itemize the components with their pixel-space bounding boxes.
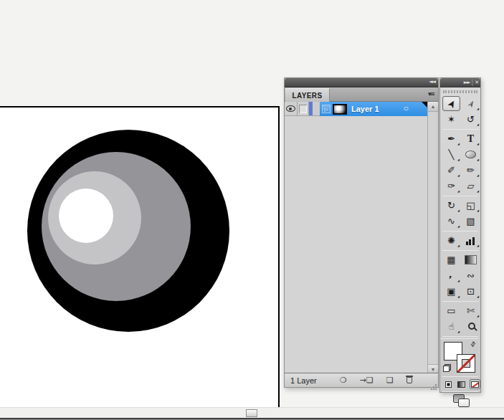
panel-menu-icon[interactable]: ▾≡ [428, 90, 434, 97]
tools-divider [442, 196, 478, 196]
column-graph-tool[interactable]: ◢ [462, 233, 480, 248]
tools-divider [442, 231, 478, 232]
width-tool[interactable]: ∿◢ [442, 214, 460, 229]
close-panel-icon[interactable]: ✕ [475, 80, 478, 85]
header-separator: | [471, 80, 473, 86]
swap-fill-stroke-icon[interactable]: ⇄ [469, 340, 477, 348]
slice-tool[interactable]: ✄◢ [462, 303, 480, 318]
layers-scrollbar[interactable]: ▲ ▼ [427, 102, 438, 374]
layers-panel-tabbar: LAYERS ▾≡ [285, 87, 438, 102]
tab-layers[interactable]: LAYERS [285, 88, 330, 102]
lasso-tool-icon: ↺ [467, 115, 475, 124]
hand-tool[interactable]: ☝◢ [442, 319, 460, 334]
symbol-sprayer-tool[interactable]: ✺◢ [442, 233, 460, 248]
free-transform-tool[interactable]: ▧ [462, 214, 480, 229]
pencil-tool[interactable]: ✏◢ [462, 163, 480, 178]
type-tool[interactable]: T◢ [462, 131, 480, 146]
disclosure-triangle-icon[interactable]: ▷ [322, 105, 331, 113]
gradient-button[interactable] [456, 379, 467, 389]
column-graph-tool-icon [466, 237, 476, 245]
artboard-tool-icon: ▭ [447, 306, 455, 315]
expand-panel-icon[interactable]: ►► [464, 80, 470, 85]
tool-grid: ➤➢◢✶↺◢✒◢T◢╲◢◢✐◢✏◢✑◢▱◢↻◢◱◢∿◢▧✺◢◢▦❛◢∾▣◢⊡◢▭… [440, 95, 480, 337]
tools-panel-header[interactable]: ►► | ✕ [440, 78, 480, 87]
create-new-sublayer-button[interactable]: →❏ [360, 376, 374, 386]
visibility-toggle[interactable] [285, 102, 298, 116]
magic-wand-tool[interactable]: ✶ [442, 112, 460, 127]
slice-tool-icon: ✄ [467, 306, 475, 315]
lasso-tool[interactable]: ↺◢ [462, 112, 480, 127]
gradient-swatch-icon [457, 381, 465, 388]
screen-mode-button[interactable] [440, 393, 480, 409]
layer-row-selected-area[interactable]: ▷ Layer 1 ○ [320, 102, 427, 116]
ellipse-tool-icon [465, 151, 476, 158]
flyout-indicator-icon: ◢ [477, 108, 479, 110]
zoom-tool-icon [468, 323, 475, 330]
paintbrush-tool-icon: ✐ [447, 166, 455, 175]
live-paint-selection-tool[interactable]: ⊡◢ [462, 284, 480, 299]
none-button[interactable] [470, 379, 480, 389]
layers-tab-label: LAYERS [292, 92, 322, 100]
live-paint-bucket-tool-icon: ▣ [447, 287, 455, 296]
mesh-tool[interactable]: ▦ [442, 252, 460, 267]
target-circle-icon[interactable]: ○ [404, 104, 409, 113]
flyout-indicator-icon: ◢ [457, 158, 460, 161]
color-button[interactable] [443, 379, 454, 389]
flyout-indicator-icon: ◢ [457, 174, 460, 177]
ellipse-tool[interactable]: ◢ [462, 147, 480, 162]
pen-tool[interactable]: ✒◢ [442, 131, 460, 146]
free-transform-tool-icon: ▧ [466, 216, 475, 226]
screen-mode-front-icon [458, 398, 470, 407]
panel-resize-grip[interactable] [435, 384, 437, 386]
rotate-tool[interactable]: ↻◢ [442, 198, 460, 213]
flyout-indicator-icon: ◢ [477, 315, 479, 318]
magic-wand-tool-icon: ✶ [447, 115, 455, 124]
horizontal-scrollbar[interactable] [0, 407, 504, 418]
create-new-layer-button[interactable]: ❏ [386, 376, 394, 386]
flyout-indicator-icon: ◢ [457, 295, 460, 298]
gradient-tool[interactable] [462, 252, 480, 267]
delete-selection-button[interactable] [406, 375, 412, 386]
trash-icon [406, 377, 412, 383]
live-paint-selection-tool-icon: ⊡ [467, 287, 475, 296]
lock-toggle[interactable] [298, 102, 309, 116]
scroll-up-icon[interactable]: ▲ [428, 102, 438, 112]
fill-stroke-control: ⇄ [440, 340, 480, 375]
line-segment-tool-icon: ╲ [449, 150, 455, 159]
eraser-tool[interactable]: ▱◢ [462, 178, 480, 194]
blob-brush-tool[interactable]: ✑◢ [442, 178, 460, 194]
tools-divider [442, 250, 478, 251]
eyedropper-tool[interactable]: ❛◢ [442, 268, 460, 283]
zoom-tool[interactable] [462, 319, 480, 334]
collapse-to-icons-button[interactable]: ◄◄ [429, 79, 435, 85]
live-paint-bucket-tool[interactable]: ▣◢ [442, 284, 460, 299]
sphere-highlight-white-circle[interactable] [59, 188, 113, 243]
layer-name[interactable]: Layer 1 [351, 105, 379, 113]
rotate-tool-icon: ↻ [447, 201, 455, 210]
panel-drag-grip[interactable] [443, 90, 477, 93]
artboard-canvas[interactable] [0, 106, 280, 407]
stroke-swatch[interactable] [457, 354, 475, 373]
appearance-buttons [440, 378, 480, 390]
layers-panel-header[interactable]: ◄◄ [285, 78, 438, 87]
flyout-indicator-icon: ◢ [477, 158, 479, 161]
selection-tool[interactable]: ➤ [442, 96, 460, 111]
default-fill-stroke-icon[interactable] [443, 364, 451, 372]
layer-row[interactable]: ▷ Layer 1 ○ [285, 102, 427, 116]
eye-icon [286, 105, 295, 112]
blend-tool[interactable]: ∾ [462, 268, 480, 283]
blend-tool-icon: ∾ [467, 271, 475, 280]
paintbrush-tool[interactable]: ✐◢ [442, 163, 460, 178]
scale-tool[interactable]: ◱◢ [462, 198, 480, 213]
flyout-indicator-icon: ◢ [457, 209, 460, 212]
tools-divider [442, 391, 478, 392]
make-clipping-mask-button[interactable]: ❍ [340, 376, 347, 386]
flyout-indicator-icon: ◢ [457, 244, 460, 247]
direct-selection-tool[interactable]: ➢◢ [462, 96, 480, 111]
artboard-tool[interactable]: ▭ [442, 303, 460, 318]
layers-status-buttons: ❍→❏❏ [340, 375, 412, 386]
horizontal-scrollbar-thumb[interactable] [246, 409, 257, 417]
layer-thumbnail[interactable] [333, 104, 347, 115]
line-segment-tool[interactable]: ╲◢ [442, 147, 460, 162]
flyout-indicator-icon: ◢ [477, 143, 479, 145]
